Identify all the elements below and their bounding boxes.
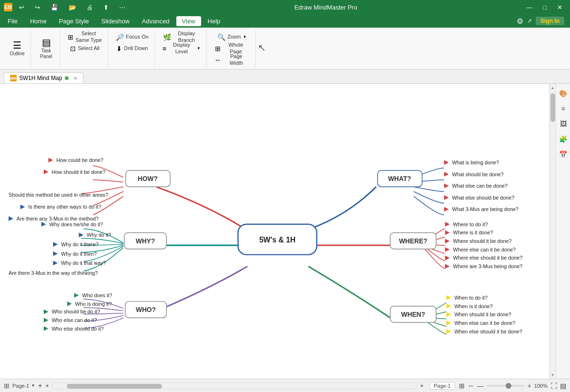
page-dropdown-arrow[interactable]: ▼ <box>31 383 35 388</box>
signin-button[interactable]: Sign In <box>536 17 564 25</box>
drill-down-button[interactable]: ⬇ Drill Down <box>113 43 152 54</box>
whole-page-label: Whole Page <box>223 42 249 54</box>
svg-marker-61 <box>447 304 451 309</box>
select-buttons: ⊞ Select Same Type ⊡ Select All <box>65 31 105 54</box>
add-page-button[interactable]: + <box>38 382 42 390</box>
what-leaf-1: What is being done? <box>444 160 499 165</box>
statusbar: ⊞ Page-1 ▼ + ◀ ▶ Page-1 ⊞ ↔ — + 100% ⛶ ▤ <box>0 379 570 392</box>
sidebar-image-icon[interactable]: 🖼 <box>558 118 569 130</box>
minimize-button[interactable]: — <box>522 3 536 12</box>
display-level-button[interactable]: ≡ Display Level ▼ <box>160 43 204 54</box>
open-button[interactable]: 📂 <box>65 3 80 12</box>
svg-marker-37 <box>445 231 450 235</box>
save-button[interactable]: 💾 <box>47 3 62 12</box>
vertical-scrollbar[interactable]: ▲ ▼ <box>549 84 556 379</box>
export-button[interactable]: ⬆ <box>100 3 112 12</box>
select-same-type-button[interactable]: ⊞ Select Same Type <box>65 31 105 43</box>
svg-marker-41 <box>445 247 450 252</box>
menu-file[interactable]: File <box>2 16 23 26</box>
fit-page-button[interactable]: ⊞ <box>459 382 465 390</box>
menu-view[interactable]: View <box>176 16 201 26</box>
svg-marker-4 <box>444 172 449 177</box>
hscroll-thumb[interactable] <box>67 384 162 389</box>
zoom-slider[interactable] <box>487 385 525 387</box>
page-view-icon[interactable]: ⊞ <box>4 382 10 390</box>
outline-button[interactable]: ☰ Outline <box>7 31 28 66</box>
svg-marker-52 <box>44 310 49 314</box>
focus-label: Focus On <box>126 34 149 40</box>
svg-text:What is being done?: What is being done? <box>452 160 499 165</box>
ribbon: ☰ Outline ▤ TaskPanel ⊞ Select Same Type… <box>0 28 570 70</box>
sidebar-calendar-icon[interactable]: 📅 <box>558 149 569 160</box>
vscroll-thumb[interactable] <box>550 93 555 122</box>
page-width-button[interactable]: ↔ Page Width <box>212 54 253 66</box>
when-leaf-1: When to do it? <box>447 295 488 301</box>
vscroll-down-arrow[interactable]: ▼ <box>550 371 556 379</box>
close-button[interactable]: ✕ <box>553 3 566 12</box>
why-leaf-1: Why does he/she do it? <box>41 221 103 227</box>
vscroll-up-arrow[interactable]: ▲ <box>550 84 556 91</box>
sidebar-puzzle-icon[interactable]: 🧩 <box>558 133 569 145</box>
menu-advanced[interactable]: Advanced <box>136 16 175 26</box>
where-branch-label: WHERE? <box>399 238 428 245</box>
how-leaf-5: Are there any 3-Mus in the method? <box>9 216 99 221</box>
fit-width-button[interactable]: ↔ <box>468 382 474 390</box>
when-leaf-3: When should it be done? <box>447 312 511 317</box>
ribbon-select-group: ⊞ Select Same Type ⊡ Select All <box>62 30 108 68</box>
ribbon-focus-group: 🔎 Focus On ⬇ Drill Down <box>110 30 155 68</box>
display-branch-button[interactable]: 🌿 Display Branch <box>160 31 204 43</box>
svg-text:Are there 3-Mus in the way of : Are there 3-Mus in the way of thinking? <box>9 270 98 276</box>
menu-home[interactable]: Home <box>24 16 52 26</box>
zoom-button[interactable]: 🔍 Zoom ▼ <box>212 31 253 43</box>
svg-text:How should it be done?: How should it be done? <box>51 169 105 175</box>
maximize-button[interactable]: □ <box>539 3 550 12</box>
sidebar-list-icon[interactable]: ≡ <box>558 103 569 114</box>
zoom-thumb[interactable] <box>506 383 511 389</box>
svg-text:Why do it?: Why do it? <box>87 232 111 238</box>
print-button[interactable]: 🖨 <box>83 3 97 12</box>
focus-on-button[interactable]: 🔎 Focus On <box>113 31 152 43</box>
svg-marker-13 <box>49 158 53 162</box>
when-branch-label: WHEN? <box>401 311 425 318</box>
task-panel-button[interactable]: ▤ TaskPanel <box>36 31 57 66</box>
page-1-tab[interactable]: Page-1 <box>429 382 455 390</box>
svg-text:Why do it then?: Why do it then? <box>61 251 97 257</box>
page-selector: Page-1 ▼ <box>12 383 35 389</box>
fullscreen-button[interactable]: ⛶ <box>550 382 557 390</box>
svg-marker-8 <box>444 195 449 200</box>
zoom-plus[interactable]: + <box>528 382 531 390</box>
svg-marker-27 <box>53 242 58 247</box>
more-button[interactable]: ⋯ <box>115 3 129 12</box>
whole-page-button[interactable]: ⊞ Whole Page <box>212 43 253 54</box>
tab-close[interactable]: ✕ <box>73 76 77 81</box>
undo-button[interactable]: ↩ <box>15 3 28 12</box>
app-title: Edraw MindMaster Pro <box>294 4 357 11</box>
menu-slideshow[interactable]: Slideshow <box>96 16 135 26</box>
sidebar-paint-icon[interactable]: 🎨 <box>558 88 569 99</box>
menu-help[interactable]: Help <box>202 16 226 26</box>
who-leaf-3: Who should be do it? <box>44 309 100 314</box>
what-leaf-5: What 3-Mus are being done? <box>444 206 519 212</box>
svg-text:Why do it there?: Why do it there? <box>61 241 99 247</box>
svg-text:Where  else can it be done?: Where else can it be done? <box>453 247 515 252</box>
hscroll-right-arrow[interactable]: ▶ <box>421 383 424 388</box>
svg-text:Where are 3-Mus being done?: Where are 3-Mus being done? <box>453 263 522 269</box>
svg-text:Who should be do it?: Who should be do it? <box>51 309 100 314</box>
doc-tab[interactable]: MM 5W1H Mind Map ✕ <box>4 72 83 83</box>
share-button[interactable]: ↗ <box>527 18 532 24</box>
hscroll-left-arrow[interactable]: ◀ <box>45 383 48 388</box>
canvas[interactable]: 5W's & 1H WHAT? What is being done? What… <box>0 84 556 379</box>
zoom-buttons: 🔍 Zoom ▼ ⊞ Whole Page ↔ Page Width <box>212 31 253 66</box>
menu-pagestyle[interactable]: Page Style <box>53 16 95 26</box>
outline-label: Outline <box>10 51 25 57</box>
horizontal-scrollbar[interactable] <box>52 382 417 389</box>
redo-button[interactable]: ↪ <box>31 3 44 12</box>
why-leaf-4: Why do it then? <box>53 251 97 257</box>
zoom-minus[interactable]: — <box>477 382 484 390</box>
account-options[interactable]: ⚙ <box>517 17 523 26</box>
select-all-button[interactable]: ⊡ Select All <box>65 43 105 54</box>
zoom-level: 100% <box>534 383 548 389</box>
svg-text:Why do it that way?: Why do it that way? <box>61 260 106 266</box>
layout-button[interactable]: ▤ <box>560 382 566 390</box>
svg-marker-56 <box>44 326 49 331</box>
